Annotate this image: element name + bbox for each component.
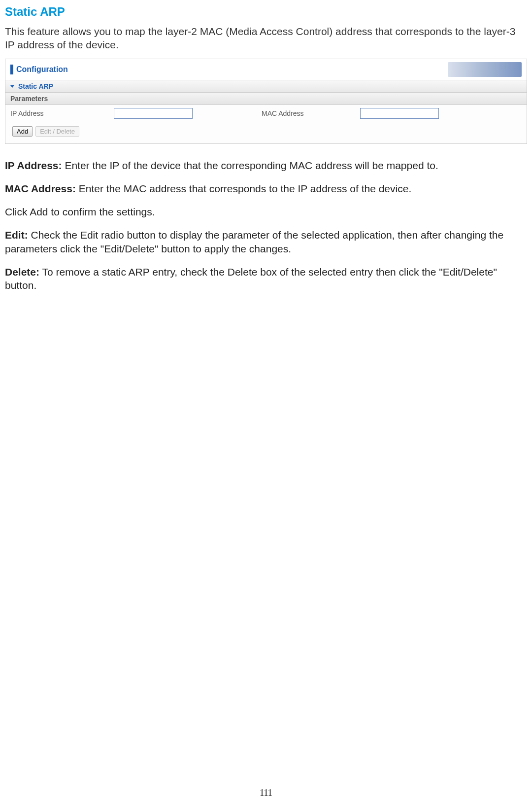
add-button[interactable]: Add <box>12 126 33 137</box>
configuration-header: Configuration <box>5 59 527 80</box>
chevron-down-icon <box>10 85 14 88</box>
header-bar-icon <box>10 65 13 74</box>
mac-address-desc-text: Enter the MAC address that corresponds t… <box>76 183 411 194</box>
config-header-left: Configuration <box>10 65 68 74</box>
static-arp-section-header[interactable]: Static ARP <box>5 80 527 93</box>
button-row: Add Edit / Delete <box>5 122 527 143</box>
ip-address-description: IP Address: Enter the IP of the device t… <box>5 159 527 172</box>
delete-desc-label: Delete: <box>5 266 39 278</box>
page-number: 111 <box>260 788 272 798</box>
delete-desc-text: To remove a static ARP entry, check the … <box>5 266 497 291</box>
ip-address-desc-label: IP Address: <box>5 160 62 171</box>
page-title: Static ARP <box>5 5 527 19</box>
ip-address-input[interactable] <box>114 108 193 119</box>
edit-desc-label: Edit: <box>5 229 28 241</box>
edit-delete-button: Edit / Delete <box>35 126 79 137</box>
mac-address-desc-label: MAC Address: <box>5 183 76 194</box>
delete-description: Delete: To remove a static ARP entry, ch… <box>5 265 527 292</box>
mac-address-description: MAC Address: Enter the MAC address that … <box>5 182 527 195</box>
intro-text: This feature allows you to map the layer… <box>5 25 527 52</box>
config-header-title: Configuration <box>16 65 68 74</box>
ip-address-label: IP Address <box>10 109 114 117</box>
edit-desc-text: Check the Edit radio button to display t… <box>5 229 503 254</box>
mac-address-label: MAC Address <box>262 109 360 117</box>
edit-description: Edit: Check the Edit radio button to dis… <box>5 228 527 255</box>
section-title-text: Static ARP <box>18 82 53 90</box>
header-decor-image <box>448 62 522 77</box>
mac-address-input[interactable] <box>360 108 439 119</box>
form-row: IP Address MAC Address <box>5 105 527 122</box>
ip-address-desc-text: Enter the IP of the device that the corr… <box>62 160 438 171</box>
configuration-panel: Configuration Static ARP Parameters IP A… <box>5 59 527 144</box>
parameters-header: Parameters <box>5 93 527 105</box>
add-note: Click Add to confirm the settings. <box>5 205 527 218</box>
